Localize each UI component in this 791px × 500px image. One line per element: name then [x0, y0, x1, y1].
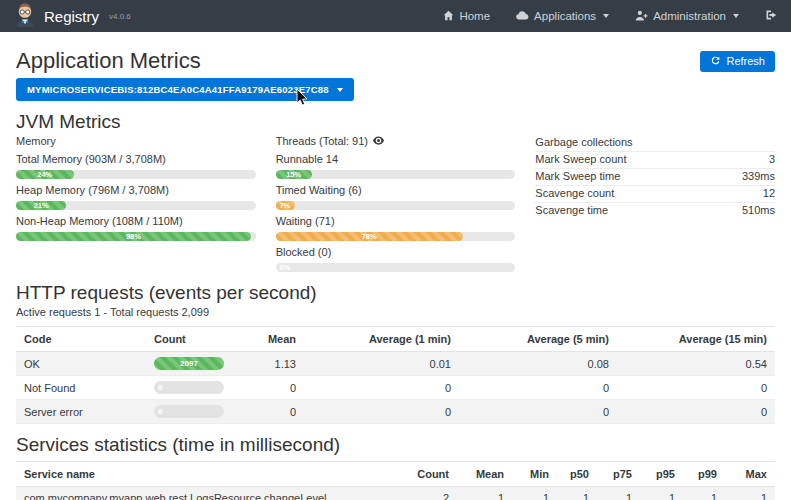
threads-title: Threads (Total: 91): [276, 135, 368, 148]
heap-memory-progress: 21%: [16, 201, 256, 210]
services-statistics-title: Services statistics (time in millisecond…: [16, 435, 775, 455]
sign-out-icon: [765, 9, 777, 23]
jhipster-avatar-logo: [14, 2, 36, 31]
table-row: com.mycompany.myapp.web.rest.LogsResourc…: [16, 487, 775, 500]
gc-row: Mark Sweep count 3: [535, 152, 775, 169]
runnable-progress: 15%: [276, 170, 516, 179]
jvm-metrics-columns: Memory Total Memory (903M / 3,708M) 24% …: [16, 135, 775, 272]
table-row: Not Found 0 0 0 0 0: [16, 376, 775, 400]
memory-title: Memory: [16, 135, 256, 148]
brand[interactable]: Registry v4.0.6: [14, 2, 131, 31]
gc-value: 510ms: [742, 204, 775, 217]
instance-selector-dropdown[interactable]: MYMICROSERVICEBIS:812BC4EA0C4A41FFA9179A…: [16, 78, 354, 101]
gc-row: Scavenge time 510ms: [535, 203, 775, 219]
refresh-icon: [710, 55, 721, 68]
total-memory-progress: 24%: [16, 170, 256, 179]
blocked-progress: 0%: [276, 263, 516, 272]
metric-item: Timed Waiting (6) 7%: [276, 184, 516, 210]
metric-label: Waiting (71): [276, 215, 516, 228]
metric-item: Total Memory (903M / 3,708M) 24%: [16, 153, 256, 179]
chevron-down-icon: [337, 88, 343, 92]
metric-item: Heap Memory (796M / 3,708M) 21%: [16, 184, 256, 210]
col-header-min: Min: [512, 462, 557, 487]
col-header-avg5: Average (5 min): [459, 327, 617, 352]
count-progress: 2097: [154, 357, 224, 370]
memory-column: Memory Total Memory (903M / 3,708M) 24% …: [16, 135, 256, 272]
col-header-mean: Mean: [457, 462, 512, 487]
table-row: OK 2097 1.13 0.01 0.08 0.54: [16, 352, 775, 376]
col-header-avg1: Average (1 min): [304, 327, 459, 352]
chevron-down-icon: [733, 14, 739, 18]
user-plus-icon: [635, 10, 648, 23]
metric-label: Heap Memory (796M / 3,708M): [16, 184, 256, 197]
chevron-down-icon: [603, 14, 609, 18]
cloud-icon: [516, 10, 529, 23]
metric-label: Timed Waiting (6): [276, 184, 516, 197]
nav-item-home[interactable]: Home: [443, 10, 490, 23]
garbage-collections-column: Garbage collections Mark Sweep count 3 M…: [535, 135, 775, 272]
http-requests-table: Code Count Mean Average (1 min) Average …: [16, 326, 775, 424]
metric-item: Runnable 14 15%: [276, 153, 516, 179]
metric-label: Blocked (0): [276, 246, 516, 259]
navbar: Registry v4.0.6 Home Applications Admini…: [0, 0, 791, 32]
app-version: v4.0.6: [109, 12, 131, 21]
threads-column: Threads (Total: 91) Runnable 14 15% Time…: [276, 135, 516, 272]
metric-label: Total Memory (903M / 3,708M): [16, 153, 256, 166]
table-row: Server error 0 0 0 0 0: [16, 400, 775, 424]
col-header-p99: p99: [683, 462, 725, 487]
gc-row: Mark Sweep time 339ms: [535, 169, 775, 186]
col-header-mean: Mean: [232, 327, 304, 352]
col-header-count: Count: [405, 462, 457, 487]
home-icon: [443, 10, 454, 23]
page-title: Application Metrics: [16, 49, 201, 73]
gc-value: 12: [763, 187, 775, 200]
main-content: Application Metrics Refresh MYMICROSERVI…: [0, 49, 791, 500]
refresh-label: Refresh: [726, 55, 765, 67]
services-table-header-row: Service name Count Mean Min p50 p75 p95 …: [16, 462, 775, 487]
nonheap-memory-progress: 98%: [16, 232, 256, 241]
app-title: Registry: [44, 8, 99, 25]
instance-selector-label: MYMICROSERVICEBIS:812BC4EA0C4A41FFA9179A…: [27, 84, 329, 95]
metric-label: Runnable 14: [276, 153, 516, 166]
col-header-service-name: Service name: [16, 462, 405, 487]
services-statistics-table: Service name Count Mean Min p50 p75 p95 …: [16, 461, 775, 500]
gc-value: 339ms: [742, 170, 775, 183]
nav-item-label: Administration: [653, 10, 726, 22]
refresh-button[interactable]: Refresh: [700, 51, 775, 72]
nav-item-label: Home: [459, 10, 490, 22]
col-header-count: Count: [146, 327, 232, 352]
metric-label: Non-Heap Memory (108M / 110M): [16, 215, 256, 228]
col-header-avg15: Average (15 min): [617, 327, 775, 352]
http-requests-title: HTTP requests (events per second): [16, 283, 775, 303]
col-header-p50: p50: [557, 462, 597, 487]
col-header-code: Code: [16, 327, 146, 352]
metric-item: Non-Heap Memory (108M / 110M) 98%: [16, 215, 256, 241]
http-table-header-row: Code Count Mean Average (1 min) Average …: [16, 327, 775, 352]
count-progress: 0: [154, 405, 224, 418]
nav-links: Home Applications Administration: [443, 9, 777, 23]
gc-title: Garbage collections: [535, 136, 632, 149]
waiting-progress: 78%: [276, 232, 516, 241]
metric-item: Waiting (71) 78%: [276, 215, 516, 241]
gc-row: Scavenge count 12: [535, 186, 775, 203]
col-header-p75: p75: [597, 462, 640, 487]
http-requests-subtitle: Active requests 1 - Total requests 2,099: [16, 306, 775, 318]
nav-item-label: Applications: [534, 10, 596, 22]
count-progress: 0: [154, 381, 224, 394]
gc-title-row: Garbage collections: [535, 135, 775, 152]
timed-waiting-progress: 7%: [276, 201, 516, 210]
gc-value: 3: [769, 153, 775, 166]
col-header-max: Max: [725, 462, 775, 487]
jvm-metrics-title: JVM Metrics: [16, 112, 775, 132]
logout-button[interactable]: [765, 9, 777, 23]
nav-item-applications[interactable]: Applications: [516, 10, 609, 23]
metric-item: Blocked (0) 0%: [276, 246, 516, 272]
col-header-p95: p95: [640, 462, 683, 487]
nav-item-administration[interactable]: Administration: [635, 10, 739, 23]
eye-icon[interactable]: [373, 135, 384, 148]
